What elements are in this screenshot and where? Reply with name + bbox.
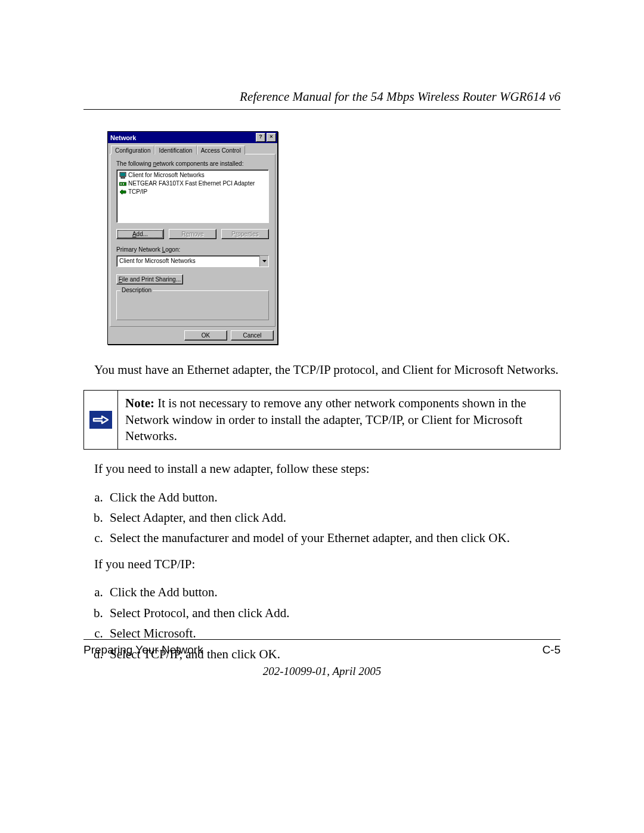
doc-version: 202-10099-01, April 2005 [83,665,561,678]
page-number: C-5 [542,643,561,657]
tab-identification[interactable]: Identification [154,145,196,154]
list-item[interactable]: Client for Microsoft Networks [118,171,267,179]
svg-marker-6 [262,260,267,262]
tab-panel-configuration: The following network components are ins… [110,154,275,327]
adapter-icon [119,180,126,187]
client-icon [119,172,126,179]
components-label: The following network components are ins… [116,160,269,167]
svg-rect-2 [121,177,125,178]
tab-configuration[interactable]: Configuration [111,145,154,154]
help-icon[interactable]: ? [256,133,265,142]
properties-button[interactable]: Properties [221,229,269,239]
add-button[interactable]: Add... [116,229,164,239]
network-dialog: Network ? × Configuration Identification… [107,131,278,345]
description-groupbox: Description [116,290,269,320]
primary-logon-select[interactable]: Client for Microsoft Networks [116,255,269,267]
list-item-label: NETGEAR FA310TX Fast Ethernet PCI Adapte… [128,179,255,188]
list-item[interactable]: TCP/IP [118,188,267,196]
note-icon-cell [84,391,117,449]
note-box: Note: It is not necessary to remove any … [83,390,561,450]
svg-rect-1 [120,173,125,176]
protocol-icon [119,188,126,196]
note-body: It is not necessary to remove any other … [125,396,526,443]
close-icon[interactable]: × [267,133,276,142]
tab-access-control[interactable]: Access Control [197,145,245,154]
svg-rect-4 [120,183,122,185]
cancel-button[interactable]: Cancel [231,330,274,340]
dialog-title-text: Network [110,134,255,141]
tcpip-intro: If you need TCP/IP: [94,556,561,572]
chevron-down-icon[interactable] [259,256,268,267]
header-rule [83,109,561,110]
footer-rule [83,639,561,640]
adapter-steps: Click the Add button. Select Adapter, an… [106,488,561,547]
note-text: Note: It is not necessary to remove any … [117,391,560,449]
components-listbox[interactable]: Client for Microsoft Networks NETGEAR FA… [116,169,269,223]
svg-rect-5 [123,183,124,185]
list-item-label: TCP/IP [128,188,147,196]
dialog-figure: Network ? × Configuration Identification… [107,131,561,345]
step-item: Click the Add button. [106,488,561,506]
requirement-text: You must have an Ethernet adapter, the T… [94,361,561,378]
running-header: Reference Manual for the 54 Mbps Wireles… [83,89,561,104]
file-print-sharing-button[interactable]: File and Print Sharing... [116,274,183,284]
dialog-titlebar: Network ? × [108,132,277,143]
description-legend: Description [120,287,153,293]
step-item: Select Adapter, and then click Add. [106,509,561,527]
step-item: Select Protocol, and then click Add. [106,604,561,622]
note-label: Note: [125,396,154,410]
remove-button[interactable]: Remove [169,229,216,239]
adapter-intro: If you need to install a new adapter, fo… [94,460,561,477]
step-item: Select the manufacturer and model of you… [106,529,561,547]
primary-logon-value: Client for Microsoft Networks [117,256,259,267]
dialog-tabs: Configuration Identification Access Cont… [111,145,275,154]
ok-button[interactable]: OK [184,330,227,340]
primary-logon-label: Primary Network Logon: [116,246,269,253]
arrow-right-icon [89,411,112,429]
list-item[interactable]: NETGEAR FA310TX Fast Ethernet PCI Adapte… [118,179,267,188]
footer-section: Preparing Your Network [83,643,203,657]
step-item: Click the Add button. [106,583,561,601]
list-item-label: Client for Microsoft Networks [128,171,205,179]
